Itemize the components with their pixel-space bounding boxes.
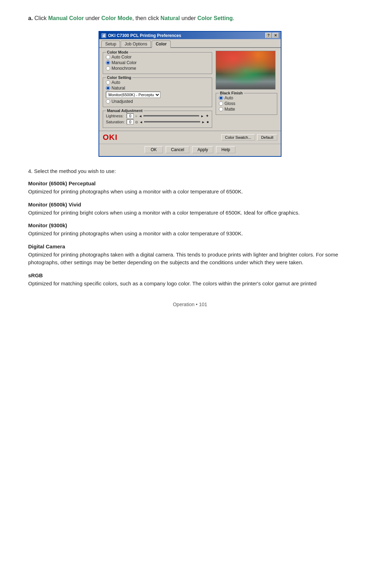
preview-image-inner: [216, 51, 275, 89]
black-finish-gloss-row: Gloss: [219, 101, 274, 106]
dropdown-row: Monitor(6500K) - Perceptual: [106, 92, 209, 98]
tab-job-options[interactable]: Job Options: [121, 41, 151, 47]
intro-text-middle: under: [84, 15, 101, 21]
unadjusted-radio-row: Unadjusted: [106, 99, 209, 104]
manual-adjustment-group: Manual Adjustment Lightness: ○ ◄ ► ✦ Sat…: [103, 111, 212, 128]
lightness-slider-track[interactable]: [144, 115, 199, 117]
page-number: Operation • 101: [173, 302, 207, 307]
method-digital-camera-desc: Optimized for printing photographs taken…: [28, 251, 352, 267]
method-monitor-vivid: Monitor (6500k) Vivid Optimized for prin…: [28, 202, 352, 217]
monitor-dropdown[interactable]: Monitor(6500K) - Perceptual: [106, 92, 160, 98]
lightness-right-icon: ►: [201, 114, 204, 118]
dialog-left-panel: Color Mode Auto Color Manual Color Monoc…: [103, 51, 212, 128]
printing-preferences-dialog: 🖨 OKI C7300 PCL Printing Preferences ? ✕…: [99, 31, 281, 157]
color-setting-natural-row: Natural: [106, 86, 209, 91]
method-monitor-perceptual-desc: Optimized for printing photographs when …: [28, 188, 352, 196]
intro-text-then: , then click: [132, 15, 160, 21]
saturation-label: Saturation:: [106, 120, 125, 124]
dialog-footer: OKI Color Swatch... Default: [99, 131, 281, 144]
color-swatch-button[interactable]: Color Swatch...: [221, 134, 255, 141]
color-setting-natural-radio[interactable]: [106, 86, 110, 90]
saturation-slider-track[interactable]: [144, 121, 200, 123]
saturation-row: Saturation: ⊙ ◄ ► ●: [106, 119, 209, 124]
lightness-label: Lightness:: [106, 114, 125, 118]
method-monitor-perceptual: Monitor (6500k) Perceptual Optimized for…: [28, 180, 352, 196]
method-monitor-vivid-desc: Optimized for printing bright colors whe…: [28, 209, 352, 217]
titlebar-buttons: ? ✕: [265, 33, 279, 38]
method-monitor-9300k-desc: Optimized for printing photographs when …: [28, 230, 352, 238]
method-monitor-9300k-title: Monitor (9300k): [28, 222, 352, 228]
black-finish-gloss-radio[interactable]: [219, 101, 223, 106]
preview-image: [216, 51, 276, 89]
manual-adj-label: Manual Adjustment: [106, 109, 144, 113]
tab-color[interactable]: Color: [152, 41, 170, 48]
step4-intro: 4. Select the method you wish to use:: [28, 168, 352, 174]
monochrome-radio-row: Monochrome: [106, 66, 209, 71]
lightness-sun-icon: ✦: [205, 113, 209, 118]
black-finish-gloss-label: Gloss: [224, 101, 235, 106]
color-setting-auto-radio[interactable]: [106, 80, 110, 85]
dialog-titlebar: 🖨 OKI C7300 PCL Printing Preferences ? ✕: [99, 32, 281, 39]
monochrome-label: Monochrome: [112, 66, 136, 71]
unadjusted-radio[interactable]: [106, 99, 110, 104]
color-setting-auto-label: Auto: [112, 80, 120, 85]
color-setting-label: Color Setting: [106, 75, 132, 80]
auto-color-radio[interactable]: [106, 55, 110, 59]
titlebar-left: 🖨 OKI C7300 PCL Printing Preferences: [101, 33, 181, 38]
color-mode-group: Color Mode Auto Color Manual Color Monoc…: [103, 52, 212, 74]
cancel-button[interactable]: Cancel: [166, 146, 189, 153]
black-finish-matte-radio[interactable]: [219, 107, 223, 111]
color-setting-auto-row: Auto: [106, 80, 209, 85]
manual-color-radio[interactable]: [106, 61, 110, 65]
black-finish-label: Black Finish: [219, 91, 244, 95]
auto-color-label: Auto Color: [112, 55, 132, 60]
natural-term: Natural: [160, 15, 180, 21]
saturation-circle-icon: ⊙: [135, 120, 138, 124]
dialog-action-row: OK Cancel Apply Help: [99, 144, 281, 156]
color-setting-term: Color Setting: [197, 15, 233, 21]
default-button[interactable]: Default: [257, 134, 277, 141]
ok-button[interactable]: OK: [145, 146, 163, 153]
black-finish-auto-label: Auto: [224, 95, 233, 100]
dialog-title: OKI C7300 PCL Printing Preferences: [108, 33, 181, 38]
saturation-right-icon: ►: [202, 120, 205, 124]
saturation-input[interactable]: [127, 119, 134, 124]
method-srgb: sRGB Optimized for matching specific col…: [28, 272, 352, 288]
color-setting-group: Color Setting Auto Natural Monitor(6500K…: [103, 78, 212, 107]
method-monitor-vivid-title: Monitor (6500k) Vivid: [28, 202, 352, 208]
oki-logo: OKI: [103, 133, 118, 142]
page-footer: Operation • 101: [28, 302, 352, 307]
close-titlebar-button[interactable]: ✕: [272, 33, 279, 38]
apply-button[interactable]: Apply: [192, 146, 213, 153]
lightness-input[interactable]: [127, 113, 134, 118]
black-finish-matte-label: Matte: [224, 107, 235, 112]
color-mode-label: Color Mode: [106, 50, 129, 54]
tab-setup[interactable]: Setup: [101, 41, 120, 47]
method-srgb-desc: Optimized for matching specific colors, …: [28, 280, 352, 288]
dialog-body: Color Mode Auto Color Manual Color Monoc…: [99, 48, 281, 131]
printer-icon: 🖨: [101, 33, 106, 38]
black-finish-auto-radio[interactable]: [219, 96, 223, 100]
color-mode-term: Color Mode: [101, 15, 132, 21]
unadjusted-label: Unadjusted: [112, 99, 133, 104]
intro-text-under: under: [180, 15, 197, 21]
help-titlebar-button[interactable]: ?: [265, 33, 272, 38]
method-digital-camera: Digital Camera Optimized for printing ph…: [28, 243, 352, 267]
lightness-left-icon: ◄: [139, 114, 142, 118]
intro-paragraph: a. Click Manual Color under Color Mode, …: [28, 14, 352, 23]
monochrome-radio[interactable]: [106, 66, 110, 70]
manual-color-term: Manual Color: [48, 15, 84, 21]
color-setting-natural-label: Natural: [112, 86, 125, 91]
method-monitor-9300k: Monitor (9300k) Optimized for printing p…: [28, 222, 352, 238]
help-button[interactable]: Help: [216, 146, 235, 153]
footer-buttons: Color Swatch... Default: [221, 134, 277, 141]
black-finish-group: Black Finish Auto Gloss Matte: [216, 93, 277, 115]
method-digital-camera-title: Digital Camera: [28, 243, 352, 249]
lightness-row: Lightness: ○ ◄ ► ✦: [106, 113, 209, 118]
saturation-dot-icon: ●: [207, 119, 209, 124]
manual-color-label: Manual Color: [112, 60, 137, 65]
lightness-circle-icon: ○: [135, 114, 137, 118]
intro-text-before: Click: [34, 15, 48, 21]
manual-color-radio-row: Manual Color: [106, 60, 209, 65]
method-monitor-perceptual-title: Monitor (6500k) Perceptual: [28, 180, 352, 186]
